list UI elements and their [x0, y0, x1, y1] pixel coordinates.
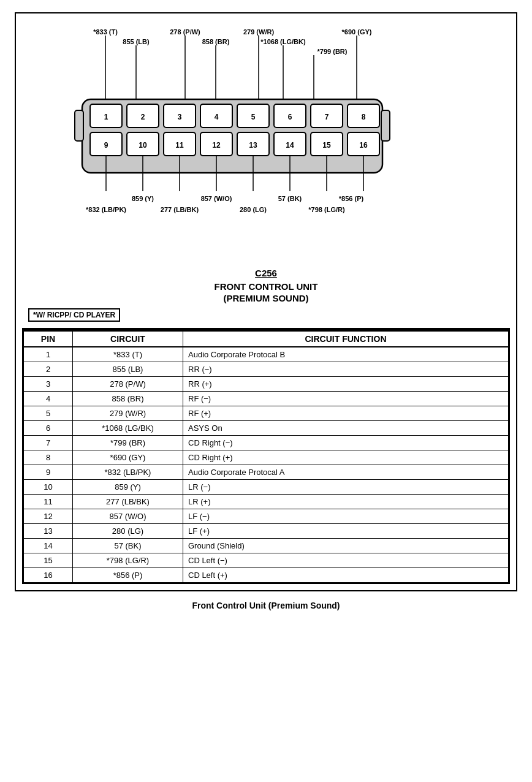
svg-text:6: 6 — [288, 113, 292, 121]
table-row: 12857 (W/O)LF (−) — [24, 509, 509, 524]
svg-text:5: 5 — [251, 113, 256, 121]
cell-pin: 2 — [24, 362, 73, 377]
svg-text:10: 10 — [139, 141, 147, 150]
cell-circuit: 855 (LB) — [73, 362, 183, 377]
svg-text:*856 (P): *856 (P) — [339, 195, 364, 202]
cell-function: CD Left (+) — [183, 568, 509, 583]
unit-title: FRONT CONTROL UNIT — [22, 281, 510, 292]
table-header-row: PIN CIRCUIT CIRCUIT FUNCTION — [24, 331, 509, 347]
svg-text:15: 15 — [322, 141, 331, 150]
cell-circuit: *1068 (LG/BK) — [73, 421, 183, 436]
connector-diagram: *833 (T) 278 (P/W) 279 (W/R) *690 (GY) 8… — [33, 26, 499, 246]
svg-text:57 (BK): 57 (BK) — [278, 195, 302, 202]
table-row: 1*833 (T)Audio Corporate Protocal B — [24, 347, 509, 362]
main-container: *833 (T) 278 (P/W) 279 (W/R) *690 (GY) 8… — [15, 12, 517, 591]
badge: *W/ RICPP/ CD PLAYER — [28, 308, 120, 322]
svg-text:14: 14 — [286, 141, 294, 150]
cell-function: RF (+) — [183, 406, 509, 421]
cell-circuit: *798 (LG/R) — [73, 553, 183, 568]
cell-function: LR (−) — [183, 480, 509, 495]
badge-row: *W/ RICPP/ CD PLAYER — [22, 308, 510, 322]
cell-function: Ground (Shield) — [183, 539, 509, 553]
cell-pin: 3 — [24, 377, 73, 392]
svg-text:16: 16 — [359, 141, 368, 150]
table-row: 4858 (BR)RF (−) — [24, 392, 509, 406]
cell-pin: 13 — [24, 524, 73, 539]
cell-function: ASYS On — [183, 421, 509, 436]
cell-pin: 8 — [24, 450, 73, 465]
svg-text:2: 2 — [141, 113, 145, 121]
cell-circuit: *856 (P) — [73, 568, 183, 583]
svg-text:*832 (LB/PK): *832 (LB/PK) — [86, 206, 126, 213]
svg-text:7: 7 — [325, 113, 329, 121]
svg-text:11: 11 — [175, 141, 184, 150]
table-row: 7*799 (BR)CD Right (−) — [24, 436, 509, 450]
table-row: 8*690 (GY)CD Right (+) — [24, 450, 509, 465]
cell-pin: 4 — [24, 392, 73, 406]
svg-text:*1068 (LG/BK): *1068 (LG/BK) — [260, 38, 306, 45]
pin-table-wrapper: PIN CIRCUIT CIRCUIT FUNCTION 1*833 (T)Au… — [22, 329, 510, 584]
svg-text:4: 4 — [215, 113, 219, 121]
cell-pin: 7 — [24, 436, 73, 450]
cell-circuit: 280 (LG) — [73, 524, 183, 539]
table-row: 10859 (Y)LR (−) — [24, 480, 509, 495]
table-row: 13280 (LG)LF (+) — [24, 524, 509, 539]
svg-rect-17 — [75, 110, 83, 141]
cell-circuit: *833 (T) — [73, 347, 183, 362]
cell-function: RR (+) — [183, 377, 509, 392]
cell-function: RR (−) — [183, 362, 509, 377]
cell-circuit: 279 (W/R) — [73, 406, 183, 421]
table-row: 16*856 (P)CD Left (+) — [24, 568, 509, 583]
svg-text:857 (W/O): 857 (W/O) — [201, 195, 232, 202]
svg-text:8: 8 — [362, 113, 366, 121]
cell-pin: 12 — [24, 509, 73, 524]
cell-circuit: 858 (BR) — [73, 392, 183, 406]
cell-pin: 5 — [24, 406, 73, 421]
col-header-pin: PIN — [24, 331, 73, 347]
cell-function: CD Right (+) — [183, 450, 509, 465]
svg-text:859 (Y): 859 (Y) — [132, 195, 154, 202]
table-row: 15*798 (LG/R)CD Left (−) — [24, 553, 509, 568]
cell-circuit: *690 (GY) — [73, 450, 183, 465]
cell-circuit: 859 (Y) — [73, 480, 183, 495]
cell-function: LF (−) — [183, 509, 509, 524]
svg-text:*798 (LG/R): *798 (LG/R) — [308, 206, 345, 213]
cell-function: Audio Corporate Protocal A — [183, 465, 509, 480]
cell-circuit: 857 (W/O) — [73, 509, 183, 524]
cell-function: Audio Corporate Protocal B — [183, 347, 509, 362]
svg-text:1: 1 — [104, 113, 108, 121]
cell-function: CD Left (−) — [183, 553, 509, 568]
cell-function: LF (+) — [183, 524, 509, 539]
cell-pin: 6 — [24, 421, 73, 436]
pin-table-body: 1*833 (T)Audio Corporate Protocal B2855 … — [24, 347, 509, 583]
pin-table: PIN CIRCUIT CIRCUIT FUNCTION 1*833 (T)Au… — [23, 330, 509, 583]
footer-caption: Front Control Unit (Premium Sound) — [192, 601, 340, 610]
cell-pin: 1 — [24, 347, 73, 362]
svg-text:12: 12 — [212, 141, 221, 150]
svg-text:279 (W/R): 279 (W/R) — [243, 28, 274, 36]
cell-pin: 11 — [24, 495, 73, 509]
cell-pin: 10 — [24, 480, 73, 495]
table-row: 2855 (LB)RR (−) — [24, 362, 509, 377]
diagram-area: *833 (T) 278 (P/W) 279 (W/R) *690 (GY) 8… — [22, 20, 510, 259]
table-row: 6*1068 (LG/BK)ASYS On — [24, 421, 509, 436]
cell-function: RF (−) — [183, 392, 509, 406]
svg-text:*799 (BR): *799 (BR) — [317, 48, 348, 55]
svg-text:3: 3 — [178, 113, 182, 121]
table-row: 5279 (W/R)RF (+) — [24, 406, 509, 421]
cell-pin: 9 — [24, 465, 73, 480]
svg-rect-18 — [381, 110, 390, 141]
table-row: 3278 (P/W)RR (+) — [24, 377, 509, 392]
cell-circuit: *799 (BR) — [73, 436, 183, 450]
cell-circuit: 278 (P/W) — [73, 377, 183, 392]
unit-subtitle: (PREMIUM SOUND) — [22, 293, 510, 303]
cell-function: CD Right (−) — [183, 436, 509, 450]
cell-pin: 16 — [24, 568, 73, 583]
cell-pin: 15 — [24, 553, 73, 568]
cell-circuit: *832 (LB/PK) — [73, 465, 183, 480]
svg-text:9: 9 — [104, 141, 108, 150]
cell-circuit: 57 (BK) — [73, 539, 183, 553]
cell-pin: 14 — [24, 539, 73, 553]
svg-text:858 (BR): 858 (BR) — [202, 38, 230, 45]
svg-text:280 (LG): 280 (LG) — [240, 206, 267, 213]
